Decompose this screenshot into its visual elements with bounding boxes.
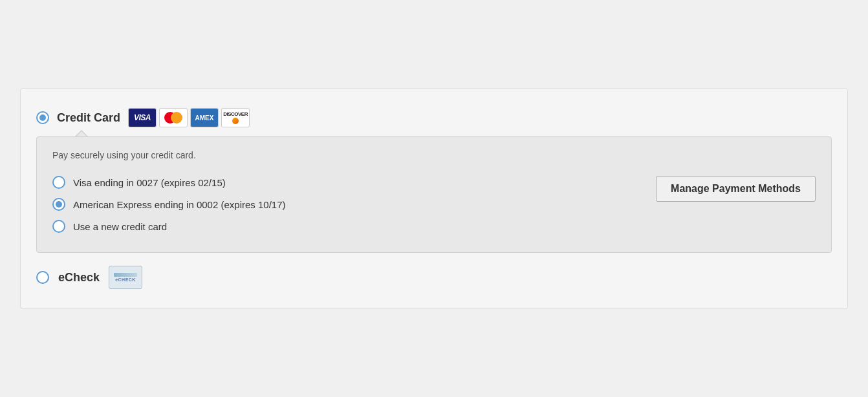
new-card-option[interactable]: Use a new credit card [52, 220, 286, 233]
echeck-label: eCheck [58, 271, 100, 284]
echeck-icon: eCHECK [109, 266, 142, 289]
visa-icon: VISA [128, 108, 157, 127]
echeck-radio[interactable] [36, 271, 49, 284]
visa-card-option[interactable]: Visa ending in 0027 (expires 02/15) [52, 176, 286, 189]
echeck-option[interactable]: eCheck eCHECK [36, 253, 832, 293]
credit-card-panel-wrapper: Pay securely using your credit card. Vis… [36, 136, 832, 253]
amex-radio[interactable] [52, 198, 65, 211]
credit-card-label: Credit Card [57, 111, 120, 125]
amex-card-option[interactable]: American Express ending in 0002 (expires… [52, 198, 286, 211]
payment-methods-container: Credit Card VISA AMEX DISCOVER Pay secu [20, 88, 848, 309]
credit-card-radio[interactable] [36, 111, 49, 124]
panel-description: Pay securely using your credit card. [52, 150, 816, 160]
tooltip-arrow [75, 130, 88, 136]
manage-payment-methods-button[interactable]: Manage Payment Methods [656, 176, 816, 202]
panel-content: Visa ending in 0027 (expires 02/15) Amer… [52, 176, 816, 233]
credit-card-option-header[interactable]: Credit Card VISA AMEX DISCOVER [36, 102, 832, 136]
amex-card-label: American Express ending in 0002 (expires… [73, 199, 286, 210]
card-icons: VISA AMEX DISCOVER [128, 108, 250, 127]
new-card-label: Use a new credit card [73, 221, 167, 232]
new-card-radio[interactable] [52, 220, 65, 233]
visa-card-label: Visa ending in 0027 (expires 02/15) [73, 177, 226, 188]
discover-icon: DISCOVER [221, 108, 250, 127]
amex-icon: AMEX [190, 108, 219, 127]
mastercard-icon [159, 108, 188, 127]
visa-radio[interactable] [52, 176, 65, 189]
saved-cards-list: Visa ending in 0027 (expires 02/15) Amer… [52, 176, 286, 233]
credit-card-panel: Pay securely using your credit card. Vis… [36, 136, 832, 253]
